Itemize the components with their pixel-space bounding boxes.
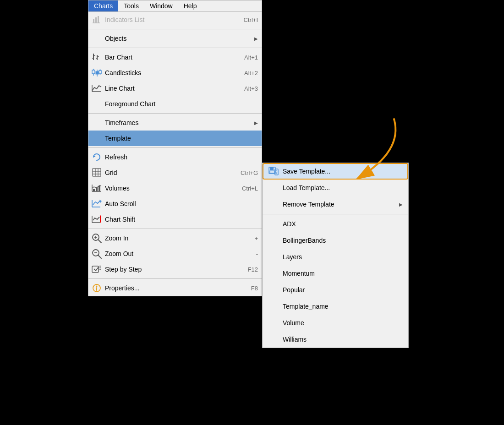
menu-bar-tools[interactable]: Tools xyxy=(118,0,144,11)
menu-bar-charts[interactable]: Charts xyxy=(88,0,118,11)
submenu-item-adx[interactable]: ADX xyxy=(263,216,408,232)
submenu-item-momentum[interactable]: Momentum xyxy=(263,265,408,282)
autoscroll-label: Auto Scroll xyxy=(105,200,258,207)
chartshift-label: Chart Shift xyxy=(105,216,258,223)
layers-icon xyxy=(268,251,279,262)
menu-item-stepbystep[interactable]: Step by Step F12 xyxy=(88,262,262,277)
submenu-item-bollinger[interactable]: BollingerBands xyxy=(263,232,408,249)
menu-item-indicators: Indicators List Ctrl+I xyxy=(88,12,262,27)
menu-item-volumes[interactable]: Volumes Ctrl+L xyxy=(88,180,262,196)
menu-item-foreground[interactable]: Foreground Chart xyxy=(88,96,262,112)
divider-2 xyxy=(88,48,262,48)
menu-item-autoscroll[interactable]: Auto Scroll xyxy=(88,196,262,212)
volume-icon xyxy=(268,317,279,328)
barchart-shortcut: Alt+1 xyxy=(244,54,258,61)
template-name-icon xyxy=(268,301,279,312)
divider-6 xyxy=(88,278,262,279)
submenu-item-volume[interactable]: Volume xyxy=(263,315,408,331)
remove-template-icon xyxy=(268,199,279,210)
adx-label: ADX xyxy=(283,220,403,228)
momentum-label: Momentum xyxy=(283,270,403,277)
indicators-icon xyxy=(90,14,103,25)
divider-1 xyxy=(88,29,262,29)
remove-template-arrow: ▶ xyxy=(399,202,403,207)
menu-item-candlesticks[interactable]: Candlesticks Alt+2 xyxy=(88,65,262,81)
menu-item-chartshift[interactable]: Chart Shift xyxy=(88,212,262,227)
zoomout-shortcut: - xyxy=(256,251,258,257)
properties-label: Properties... xyxy=(105,284,242,292)
menu-item-properties[interactable]: Properties... F8 xyxy=(88,280,262,296)
volume-label: Volume xyxy=(283,319,403,327)
svg-rect-34 xyxy=(99,186,100,191)
menu-item-grid[interactable]: Grid Ctrl+G xyxy=(88,165,262,180)
divider-5 xyxy=(88,229,262,229)
foreground-icon xyxy=(90,98,103,109)
properties-icon xyxy=(90,283,103,294)
indicators-label: Indicators List xyxy=(105,16,235,23)
load-template-label: Load Template... xyxy=(283,184,403,191)
divider-3 xyxy=(88,113,262,114)
barchart-icon xyxy=(90,52,103,63)
candlesticks-shortcut: Alt+2 xyxy=(244,70,258,76)
menu-item-linechart[interactable]: Line Chart Alt+3 xyxy=(88,81,262,96)
menu-bar-window[interactable]: Window xyxy=(144,0,178,11)
grid-icon xyxy=(90,167,103,178)
svg-line-48 xyxy=(98,255,101,258)
williams-label: Williams xyxy=(283,336,403,343)
submenu-item-save-template[interactable]: Save Template... xyxy=(263,163,408,180)
candlesticks-label: Candlesticks xyxy=(105,69,235,76)
williams-icon xyxy=(268,334,279,345)
submenu-item-popular[interactable]: Popular xyxy=(263,282,408,298)
refresh-icon xyxy=(90,152,103,163)
svg-rect-10 xyxy=(92,70,95,74)
svg-line-45 xyxy=(98,240,101,243)
stepbystep-shortcut: F12 xyxy=(248,266,258,273)
candlestick-icon xyxy=(90,67,103,78)
load-template-icon xyxy=(268,182,279,193)
svg-rect-0 xyxy=(93,19,94,23)
zoomout-icon xyxy=(90,248,103,259)
menu-item-template[interactable]: Template xyxy=(88,131,262,146)
submenu-divider-1 xyxy=(263,214,408,214)
menu-bar: Charts Tools Window Help xyxy=(88,0,262,12)
submenu-item-remove-template[interactable]: Remove Template ▶ xyxy=(263,196,408,212)
menu-item-timeframes[interactable]: Timeframes ▶ xyxy=(88,115,262,131)
barchart-label: Bar Chart xyxy=(105,54,235,61)
svg-rect-13 xyxy=(96,71,99,74)
svg-rect-32 xyxy=(93,189,95,191)
grid-label: Grid xyxy=(105,169,231,176)
volumes-shortcut: Ctrl+L xyxy=(242,185,258,192)
refresh-label: Refresh xyxy=(105,153,258,161)
menu-item-zoomout[interactable]: Zoom Out - xyxy=(88,246,262,262)
menu-bar-help[interactable]: Help xyxy=(178,0,203,11)
menu-item-objects[interactable]: Objects ▶ xyxy=(88,31,262,46)
svg-point-54 xyxy=(96,286,98,287)
bollinger-label: BollingerBands xyxy=(283,237,403,244)
objects-arrow: ▶ xyxy=(254,36,258,41)
indicators-shortcut: Ctrl+I xyxy=(244,16,258,23)
submenu-item-template-name[interactable]: Template_name xyxy=(263,298,408,315)
save-template-icon xyxy=(268,166,279,177)
svg-rect-16 xyxy=(99,71,101,74)
submenu-item-layers[interactable]: Layers xyxy=(263,249,408,265)
zoomin-icon xyxy=(90,233,103,244)
submenu-item-williams[interactable]: Williams xyxy=(263,331,408,348)
autoscroll-icon xyxy=(90,198,103,209)
bollinger-icon xyxy=(268,235,279,246)
linechart-shortcut: Alt+3 xyxy=(244,85,258,92)
menu-item-barchart[interactable]: Bar Chart Alt+1 xyxy=(88,49,262,65)
remove-template-label: Remove Template xyxy=(283,201,399,208)
divider-4 xyxy=(88,147,262,148)
timeframes-label: Timeframes xyxy=(105,119,251,126)
timeframes-arrow: ▶ xyxy=(254,120,258,125)
zoomin-label: Zoom In xyxy=(105,234,245,242)
popular-icon xyxy=(268,284,279,295)
menu-item-zoomin[interactable]: Zoom In + xyxy=(88,230,262,246)
menu-item-refresh[interactable]: Refresh xyxy=(88,149,262,165)
svg-rect-57 xyxy=(270,167,274,170)
submenu-template: Save Template... Load Template... Remove… xyxy=(262,163,409,348)
objects-icon xyxy=(90,33,103,44)
submenu-item-load-template[interactable]: Load Template... xyxy=(263,180,408,196)
volumes-label: Volumes xyxy=(105,185,233,192)
template-name-label: Template_name xyxy=(283,303,403,310)
